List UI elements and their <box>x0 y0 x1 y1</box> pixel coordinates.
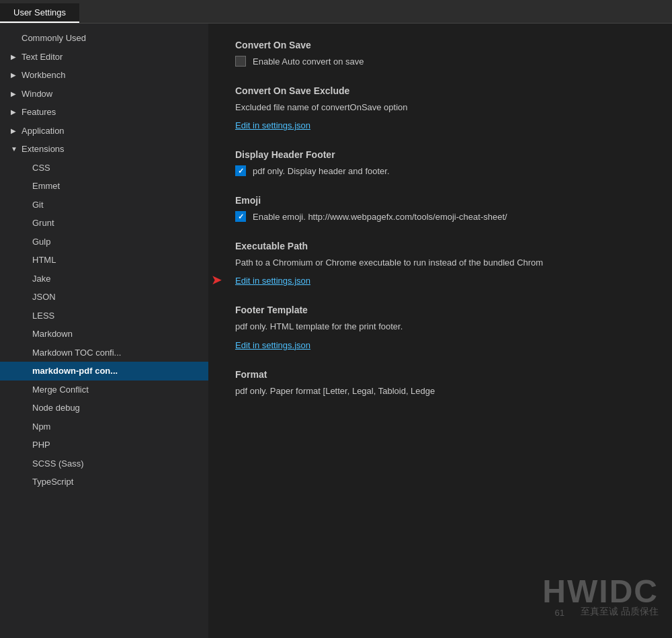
sidebar-item-text-editor[interactable]: ▶Text Editor <box>0 48 208 67</box>
sidebar-item-git[interactable]: Git <box>0 196 208 214</box>
setting-section-footer-template: Footer Templatepdf only. HTML template f… <box>235 305 645 350</box>
sidebar-item-grunt[interactable]: Grunt <box>0 214 208 233</box>
setting-title-format: Format <box>235 369 645 380</box>
sidebar-label-workbench: Workbench <box>22 69 208 82</box>
sidebar-item-markdown-pdf[interactable]: markdown-pdf con... <box>0 362 208 381</box>
sidebar-item-css[interactable]: CSS <box>0 159 208 177</box>
sidebar-item-typescript[interactable]: TypeScript <box>0 473 208 491</box>
sidebar-label-scss: SCSS (Sass) <box>32 457 208 471</box>
link-wrapper-executable-path: ➤Edit in settings.json <box>235 273 310 286</box>
checkbox-row-convert-on-save: Enable Auto convert on save <box>235 56 645 67</box>
sidebar-label-features: Features <box>22 106 208 119</box>
sidebar-item-workbench[interactable]: ▶Workbench <box>0 66 208 85</box>
sidebar-arrow-extensions: ▼ <box>11 144 22 154</box>
settings-link-footer-template[interactable]: Edit in settings.json <box>235 340 310 350</box>
sidebar-label-grunt: Grunt <box>32 216 208 230</box>
checkbox-label-convert-on-save: Enable Auto convert on save <box>253 56 364 67</box>
sidebar-item-features[interactable]: ▶Features <box>0 103 208 122</box>
setting-title-footer-template: Footer Template <box>235 305 645 315</box>
sidebar-arrow-application: ▶ <box>11 126 22 136</box>
settings-link-convert-on-save-exclude[interactable]: Edit in settings.json <box>235 120 310 130</box>
sidebar-arrow-window: ▶ <box>11 89 22 99</box>
sidebar-label-markdown-toc: Markdown TOC confi... <box>32 346 208 360</box>
settings-link-executable-path[interactable]: Edit in settings.json <box>235 276 310 286</box>
sidebar-item-application[interactable]: ▶Application <box>0 122 208 141</box>
tab-bar: User Settings <box>0 0 672 24</box>
setting-section-display-header-footer: Display Header Footerpdf only. Display h… <box>235 149 645 176</box>
sidebar-item-merge-conflict[interactable]: Merge Conflict <box>0 381 208 399</box>
sidebar-label-npm: Npm <box>32 420 208 434</box>
setting-section-convert-on-save: Convert On SaveEnable Auto convert on sa… <box>235 40 645 67</box>
sidebar-item-jake[interactable]: Jake <box>0 270 208 288</box>
sidebar: Commonly Used▶Text Editor▶Workbench▶Wind… <box>0 24 208 638</box>
sidebar-item-less[interactable]: LESS <box>0 307 208 325</box>
sidebar-arrow-features: ▶ <box>11 107 22 117</box>
sidebar-label-emmet: Emmet <box>32 180 208 193</box>
sidebar-item-emmet[interactable]: Emmet <box>0 177 208 196</box>
checkbox-label-display-header-footer: pdf only. Display header and footer. <box>253 166 390 176</box>
checkbox-convert-on-save[interactable] <box>235 56 246 67</box>
user-settings-tab[interactable]: User Settings <box>0 3 79 23</box>
sidebar-label-text-editor: Text Editor <box>22 50 208 64</box>
sidebar-label-gulp: Gulp <box>32 235 208 249</box>
sidebar-item-php[interactable]: PHP <box>0 436 208 454</box>
settings-content: Convert On SaveEnable Auto convert on sa… <box>208 24 672 638</box>
sidebar-item-npm[interactable]: Npm <box>0 417 208 436</box>
sidebar-label-markdown-pdf: markdown-pdf con... <box>32 364 208 378</box>
checkbox-row-emoji: Enable emoji. http://www.webpagefx.com/t… <box>235 211 645 222</box>
sidebar-label-jake: Jake <box>32 272 208 286</box>
sidebar-label-commonly-used: Commonly Used <box>22 32 208 45</box>
sidebar-item-window[interactable]: ▶Window <box>0 85 208 104</box>
setting-desc-convert-on-save-exclude: Excluded file name of convertOnSave opti… <box>235 102 645 114</box>
sidebar-label-markdown: Markdown <box>32 327 208 341</box>
sidebar-label-php: PHP <box>32 438 208 452</box>
sidebar-label-css: CSS <box>32 161 208 175</box>
checkbox-row-display-header-footer: pdf only. Display header and footer. <box>235 165 645 176</box>
sidebar-arrow-workbench: ▶ <box>11 70 22 80</box>
setting-title-convert-on-save: Convert On Save <box>235 40 645 50</box>
sidebar-item-node-debug[interactable]: Node debug <box>0 399 208 417</box>
sidebar-item-json[interactable]: JSON <box>0 288 208 307</box>
setting-desc-footer-template: pdf only. HTML template for the print fo… <box>235 321 645 333</box>
sidebar-label-typescript: TypeScript <box>32 475 208 489</box>
sidebar-item-markdown[interactable]: Markdown <box>0 325 208 344</box>
setting-section-emoji: EmojiEnable emoji. http://www.webpagefx.… <box>235 195 645 222</box>
main-layout: Commonly Used▶Text Editor▶Workbench▶Wind… <box>0 24 672 638</box>
setting-section-executable-path: Executable PathPath to a Chromium or Chr… <box>235 241 645 286</box>
sidebar-label-extensions: Extensions <box>22 143 208 156</box>
red-arrow-icon: ➤ <box>211 272 222 288</box>
sidebar-item-scss[interactable]: SCSS (Sass) <box>0 454 208 473</box>
sidebar-label-merge-conflict: Merge Conflict <box>32 383 208 397</box>
setting-section-convert-on-save-exclude: Convert On Save ExcludeExcluded file nam… <box>235 85 645 130</box>
sidebar-arrow-text-editor: ▶ <box>11 52 22 62</box>
setting-title-convert-on-save-exclude: Convert On Save Exclude <box>235 85 645 96</box>
sidebar-label-git: Git <box>32 198 208 212</box>
sidebar-label-html: HTML <box>32 253 208 267</box>
sidebar-item-gulp[interactable]: Gulp <box>0 233 208 251</box>
setting-desc-format: pdf only. Paper format [Letter, Legal, T… <box>235 385 645 397</box>
setting-section-format: Formatpdf only. Paper format [Letter, Le… <box>235 369 645 397</box>
page-number: 61 <box>555 608 564 618</box>
sidebar-label-application: Application <box>22 124 208 138</box>
sidebar-label-less: LESS <box>32 309 208 323</box>
setting-title-executable-path: Executable Path <box>235 241 645 251</box>
sidebar-label-json: JSON <box>32 290 208 304</box>
sidebar-item-extensions[interactable]: ▼Extensions <box>0 140 208 159</box>
sidebar-item-html[interactable]: HTML <box>0 251 208 270</box>
sidebar-item-markdown-toc[interactable]: Markdown TOC confi... <box>0 344 208 362</box>
sidebar-label-node-debug: Node debug <box>32 401 208 415</box>
sidebar-item-commonly-used[interactable]: Commonly Used <box>0 29 208 48</box>
checkbox-label-emoji: Enable emoji. http://www.webpagefx.com/t… <box>253 212 507 222</box>
checkbox-emoji[interactable] <box>235 211 246 222</box>
setting-title-display-header-footer: Display Header Footer <box>235 149 645 160</box>
sidebar-label-window: Window <box>22 87 208 101</box>
setting-title-emoji: Emoji <box>235 195 645 206</box>
checkbox-display-header-footer[interactable] <box>235 165 246 176</box>
setting-desc-executable-path: Path to a Chromium or Chrome executable … <box>235 257 645 269</box>
